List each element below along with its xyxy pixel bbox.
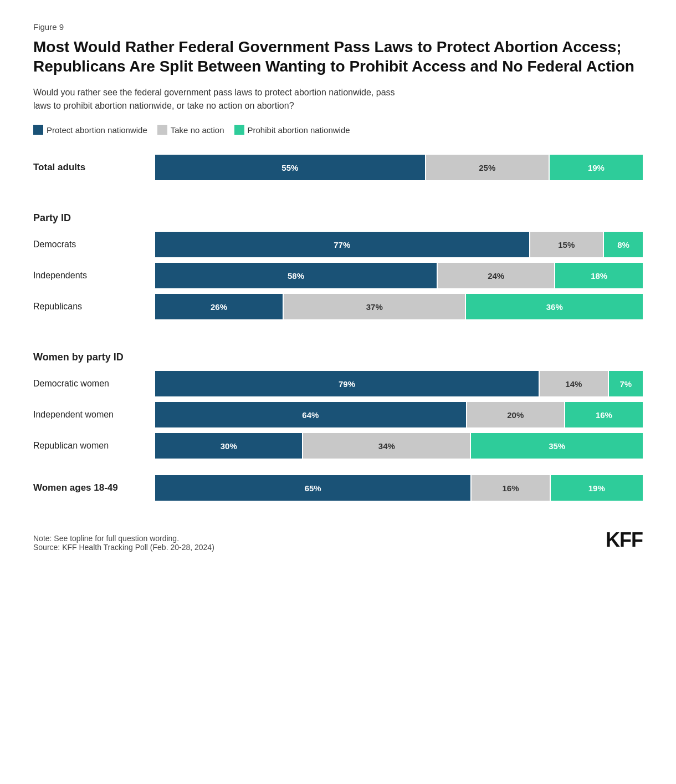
chart-row-republican-women: Republican women30%34%35% [33, 433, 643, 459]
footer-note: Note: See topline for full question word… [33, 534, 214, 543]
bar-container: 79%14%7% [155, 371, 643, 396]
row-label: Democratic women [33, 379, 155, 389]
chart-row-total-adults: Total adults55%25%19% [33, 155, 643, 180]
bar-segment-prohibit: 7% [609, 371, 643, 396]
row-label: Democrats [33, 240, 155, 250]
bar-segment-noaction: 25% [426, 155, 549, 180]
row-label: Independent women [33, 410, 155, 420]
bar-segment-prohibit: 35% [471, 433, 643, 459]
chart-row-republicans: Republicans26%37%36% [33, 294, 643, 319]
bar-segment-prohibit: 19% [551, 475, 643, 501]
bar-container: 64%20%16% [155, 402, 643, 427]
bar-container: 65%16%19% [155, 475, 643, 501]
kff-logo: KFF [606, 528, 643, 552]
footer-source: Source: KFF Health Tracking Poll (Feb. 2… [33, 543, 214, 552]
legend-swatch-prohibit [234, 125, 244, 135]
bar-segment-noaction: 15% [530, 232, 603, 257]
bar-segment-protect: 58% [155, 263, 437, 288]
bar-segment-noaction: 34% [303, 433, 470, 459]
row-label: Total adults [33, 162, 155, 173]
chart-row-independents: Independents58%24%18% [33, 263, 643, 288]
chart-row-independent-women: Independent women64%20%16% [33, 402, 643, 427]
section-heading-women-party: Women by party ID [33, 352, 643, 363]
legend-item-noaction: Take no action [157, 125, 224, 135]
row-label: Republicans [33, 302, 155, 312]
bar-segment-noaction: 37% [284, 294, 465, 319]
bar-segment-prohibit: 19% [550, 155, 643, 180]
chart-title: Most Would Rather Federal Government Pas… [33, 37, 643, 76]
bar-segment-noaction: 20% [467, 402, 564, 427]
bar-segment-protect: 55% [155, 155, 425, 180]
bar-segment-protect: 65% [155, 475, 470, 501]
bar-segment-noaction: 14% [540, 371, 608, 396]
bar-container: 55%25%19% [155, 155, 643, 180]
legend-item-protect: Protect abortion nationwide [33, 125, 147, 135]
bar-segment-protect: 30% [155, 433, 302, 459]
row-label: Women ages 18-49 [33, 482, 155, 493]
legend: Protect abortion nationwideTake no actio… [33, 125, 643, 135]
bar-segment-protect: 64% [155, 402, 466, 427]
row-label: Independents [33, 271, 155, 281]
footer: Note: See topline for full question word… [33, 528, 643, 552]
bar-segment-prohibit: 18% [555, 263, 643, 288]
bar-segment-protect: 26% [155, 294, 283, 319]
legend-label-protect: Protect abortion nationwide [47, 125, 147, 135]
bar-segment-noaction: 24% [438, 263, 554, 288]
chart-row-women-ages-18-49: Women ages 18-4965%16%19% [33, 475, 643, 501]
chart-area: Total adults55%25%19%Party IDDemocrats77… [33, 155, 643, 501]
bar-container: 58%24%18% [155, 263, 643, 288]
bar-segment-prohibit: 16% [565, 402, 643, 427]
section-heading-party: Party ID [33, 212, 643, 224]
row-label: Republican women [33, 441, 155, 451]
legend-label-noaction: Take no action [171, 125, 224, 135]
bar-container: 30%34%35% [155, 433, 643, 459]
legend-item-prohibit: Prohibit abortion nationwide [234, 125, 350, 135]
legend-swatch-noaction [157, 125, 167, 135]
legend-swatch-protect [33, 125, 43, 135]
bar-segment-prohibit: 8% [604, 232, 643, 257]
bar-segment-noaction: 16% [472, 475, 549, 501]
figure-label: Figure 9 [33, 22, 643, 32]
legend-label-prohibit: Prohibit abortion nationwide [248, 125, 350, 135]
bar-segment-prohibit: 36% [466, 294, 643, 319]
bar-container: 26%37%36% [155, 294, 643, 319]
chart-question: Would you rather see the federal governm… [33, 86, 410, 113]
bar-container: 77%15%8% [155, 232, 643, 257]
chart-row-democratic-women: Democratic women79%14%7% [33, 371, 643, 396]
bar-segment-protect: 77% [155, 232, 529, 257]
chart-row-democrats: Democrats77%15%8% [33, 232, 643, 257]
bar-segment-protect: 79% [155, 371, 539, 396]
